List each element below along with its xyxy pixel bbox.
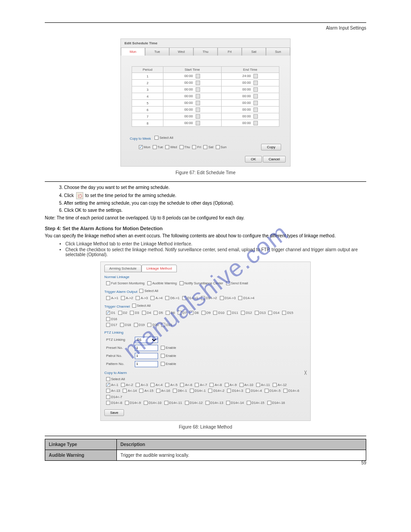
checkbox[interactable] bbox=[106, 401, 110, 405]
time-picker-icon[interactable] bbox=[196, 107, 200, 112]
daytab-thu[interactable]: Thu bbox=[193, 47, 218, 56]
checkbox[interactable] bbox=[144, 401, 148, 405]
checkbox[interactable] bbox=[180, 281, 184, 285]
time-picker-icon[interactable] bbox=[196, 81, 200, 85]
save-button[interactable]: Save bbox=[104, 409, 124, 416]
checkbox[interactable] bbox=[156, 389, 160, 393]
checkbox[interactable] bbox=[165, 296, 169, 300]
checkbox[interactable] bbox=[201, 311, 206, 315]
checkbox[interactable] bbox=[189, 311, 193, 315]
checkbox[interactable] bbox=[225, 383, 229, 387]
checkbox[interactable] bbox=[123, 389, 127, 393]
daytab-fri[interactable]: Fri bbox=[218, 47, 242, 56]
checkbox[interactable] bbox=[173, 389, 177, 393]
checkbox[interactable] bbox=[118, 311, 122, 315]
patrol-input[interactable] bbox=[135, 353, 158, 359]
checkbox[interactable] bbox=[210, 383, 214, 387]
checkbox[interactable] bbox=[106, 323, 110, 327]
checkbox[interactable] bbox=[125, 401, 129, 405]
checkbox[interactable] bbox=[283, 389, 287, 393]
cancel-button[interactable]: Cancel bbox=[263, 156, 286, 163]
ptz-linking-select[interactable]: D1 bbox=[135, 337, 158, 343]
checkbox[interactable] bbox=[150, 383, 154, 387]
time-picker-icon[interactable] bbox=[196, 114, 200, 119]
weekday-checkbox[interactable] bbox=[216, 145, 220, 149]
time-picker-icon[interactable] bbox=[196, 87, 200, 92]
checkbox[interactable] bbox=[268, 311, 272, 315]
checkbox[interactable] bbox=[130, 311, 134, 315]
checkbox[interactable] bbox=[182, 296, 186, 300]
daytab-mon[interactable]: Mon bbox=[121, 47, 145, 56]
checkbox[interactable] bbox=[106, 311, 110, 315]
daytab-sat[interactable]: Sat bbox=[242, 47, 266, 56]
checkbox[interactable] bbox=[185, 401, 189, 405]
checkbox[interactable] bbox=[106, 389, 110, 393]
weekday-checkbox[interactable] bbox=[165, 145, 169, 149]
copy-button[interactable]: Copy bbox=[261, 144, 281, 150]
enable-checkbox[interactable] bbox=[161, 354, 165, 358]
weekday-checkbox[interactable] bbox=[139, 145, 143, 149]
checkbox[interactable] bbox=[265, 389, 269, 393]
checkbox[interactable] bbox=[240, 383, 244, 387]
checkbox[interactable] bbox=[227, 311, 231, 315]
time-picker-icon[interactable] bbox=[253, 81, 258, 85]
checkbox[interactable] bbox=[178, 311, 182, 315]
checkbox[interactable] bbox=[154, 311, 158, 315]
checkbox[interactable] bbox=[206, 401, 210, 405]
time-picker-icon[interactable] bbox=[253, 94, 258, 99]
checkbox[interactable] bbox=[180, 383, 184, 387]
tab-linkage-method[interactable]: Linkage Method bbox=[141, 265, 177, 272]
checkbox[interactable] bbox=[161, 323, 165, 327]
checkbox[interactable] bbox=[121, 296, 125, 300]
checkbox[interactable] bbox=[256, 383, 260, 387]
checkbox[interactable] bbox=[165, 383, 169, 387]
weekday-checkbox[interactable] bbox=[153, 145, 157, 149]
time-picker-icon[interactable] bbox=[196, 94, 200, 99]
checkbox[interactable] bbox=[220, 296, 224, 300]
checkbox[interactable] bbox=[255, 311, 259, 315]
time-picker-icon[interactable] bbox=[253, 87, 258, 92]
tab-arming-schedule[interactable]: Arming Schedule bbox=[104, 265, 141, 272]
checkbox[interactable] bbox=[150, 296, 154, 300]
collapse-icon[interactable]: ╳ bbox=[304, 371, 307, 375]
daytab-wed[interactable]: Wed bbox=[169, 47, 193, 56]
select-all-checkbox[interactable] bbox=[132, 304, 136, 308]
checkbox[interactable] bbox=[208, 389, 212, 393]
time-picker-icon[interactable] bbox=[253, 101, 258, 105]
weekday-checkbox[interactable] bbox=[180, 145, 184, 149]
time-picker-icon[interactable] bbox=[253, 121, 258, 125]
select-all-checkbox[interactable] bbox=[106, 377, 110, 381]
checkbox[interactable] bbox=[142, 311, 146, 315]
checkbox[interactable] bbox=[136, 383, 140, 387]
checkbox[interactable] bbox=[136, 296, 140, 300]
time-picker-icon[interactable] bbox=[196, 121, 200, 125]
checkbox[interactable] bbox=[120, 323, 124, 327]
time-picker-icon[interactable] bbox=[196, 101, 200, 105]
checkbox[interactable] bbox=[147, 323, 151, 327]
checkbox[interactable] bbox=[213, 311, 217, 315]
select-all-checkbox[interactable] bbox=[139, 289, 143, 293]
checkbox[interactable] bbox=[226, 281, 230, 285]
checkbox[interactable] bbox=[139, 389, 143, 393]
checkbox[interactable] bbox=[238, 296, 242, 300]
checkbox[interactable] bbox=[246, 389, 250, 393]
checkbox[interactable] bbox=[226, 401, 230, 405]
pattern-input[interactable] bbox=[135, 361, 158, 367]
enable-checkbox[interactable] bbox=[161, 362, 165, 366]
checkbox[interactable] bbox=[166, 311, 170, 315]
enable-checkbox[interactable] bbox=[161, 346, 165, 350]
checkbox[interactable] bbox=[247, 401, 251, 405]
checkbox[interactable] bbox=[227, 389, 231, 393]
weekday-checkbox[interactable] bbox=[203, 145, 207, 149]
checkbox[interactable] bbox=[134, 323, 138, 327]
checkbox[interactable] bbox=[273, 383, 277, 387]
daytab-sun[interactable]: Sun bbox=[266, 47, 290, 56]
time-picker-icon[interactable] bbox=[253, 114, 258, 119]
checkbox[interactable] bbox=[164, 401, 168, 405]
checkbox[interactable] bbox=[190, 389, 194, 393]
checkbox[interactable] bbox=[282, 311, 286, 315]
time-picker-icon[interactable] bbox=[196, 74, 200, 78]
checkbox[interactable] bbox=[106, 317, 110, 321]
preset-input[interactable] bbox=[135, 345, 158, 351]
checkbox[interactable] bbox=[147, 281, 151, 285]
